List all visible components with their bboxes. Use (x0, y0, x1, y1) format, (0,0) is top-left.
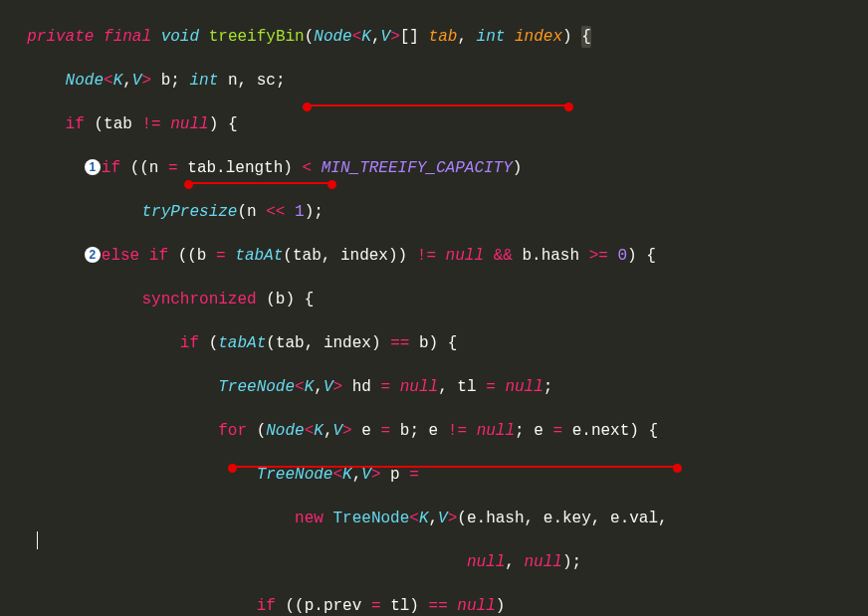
code-line: tryPresize(n << 1); (8, 201, 860, 223)
code-line: TreeNode<K,V> hd = null, tl = null; (8, 376, 860, 398)
code-line: synchronized (b) { (8, 289, 860, 310)
underline-annotation (188, 182, 332, 184)
code-line: 2else if ((b = tabAt(tab, index)) != nul… (8, 245, 860, 267)
annotation-badge-2: 2 (85, 247, 101, 263)
code-line: null, null); (8, 551, 860, 573)
code-line: if ((p.prev = tl) == null) (8, 595, 860, 616)
code-line: if (tabAt(tab, index) == b) { (8, 332, 860, 354)
open-brace-highlight: { (581, 26, 591, 48)
code-line: new TreeNode<K,V>(e.hash, e.key, e.val, (8, 508, 860, 529)
underline-annotation (307, 104, 569, 106)
code-line: 1if ((n = tab.length) < MIN_TREEIFY_CAPA… (8, 157, 860, 179)
code-editor[interactable]: private final void treeifyBin(Node<K,V>[… (0, 0, 868, 616)
code-line: private final void treeifyBin(Node<K,V>[… (8, 26, 860, 48)
code-line: TreeNode<K,V> p = (8, 464, 860, 486)
text-caret (37, 531, 38, 549)
annotation-badge-1: 1 (85, 159, 101, 175)
code-line: if (tab != null) { (8, 113, 860, 135)
code-line: for (Node<K,V> e = b; e != null; e = e.n… (8, 420, 860, 442)
code-line: Node<K,V> b; int n, sc; (8, 70, 860, 92)
